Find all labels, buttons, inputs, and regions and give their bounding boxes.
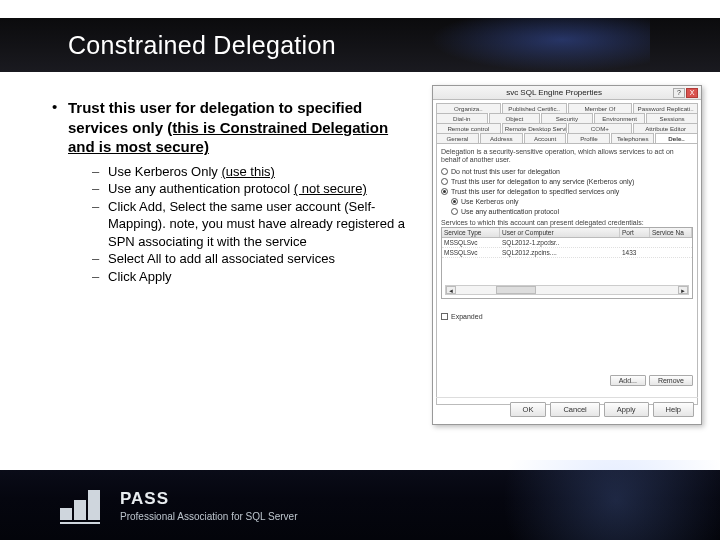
main-bullet: • Trust this user for delegation to spec…	[52, 98, 412, 157]
list-item: –Use any authentication protocol ( not s…	[92, 180, 412, 198]
expanded-checkbox[interactable]: Expanded	[441, 313, 693, 320]
radio-trust-specified[interactable]: Trust this user for delegation to specif…	[441, 188, 693, 195]
pass-logo: PASS Professional Association for SQL Se…	[60, 489, 298, 522]
radio-trust-any-service[interactable]: Trust this user for delegation to any se…	[441, 178, 693, 185]
list-item: –Use Kerberos Only (use this)	[92, 163, 412, 181]
remove-button[interactable]: Remove	[649, 375, 693, 386]
list-item: –Click Add, Select the same user account…	[92, 198, 412, 251]
list-item: –Click Apply	[92, 268, 412, 286]
scroll-right-icon[interactable]: ►	[678, 286, 688, 294]
tab-general[interactable]: General	[436, 133, 479, 143]
radio-checked-icon	[441, 188, 448, 195]
tab-com-plus[interactable]: COM+	[568, 123, 633, 133]
tab-object[interactable]: Object	[489, 113, 541, 123]
title-bar: Constrained Delegation	[0, 18, 720, 72]
main-bullet-text: Trust this user for delegation to specif…	[68, 98, 412, 157]
scroll-thumb[interactable]	[496, 286, 536, 294]
tab-delegation[interactable]: Dele..	[655, 133, 698, 143]
tab-sessions[interactable]: Sessions	[646, 113, 698, 123]
tab-security[interactable]: Security	[541, 113, 593, 123]
radio-any-auth-protocol[interactable]: Use any authentication protocol	[451, 208, 693, 215]
apply-button[interactable]: Apply	[604, 402, 649, 417]
tabs-container: Organiza.. Published Certific.. Member O…	[433, 100, 701, 143]
table-row[interactable]: MSSQLSvc SQL2012-1.zpcdsr..	[442, 238, 692, 248]
help-btn[interactable]: Help	[653, 402, 694, 417]
delegation-description: Delegation is a security-sensitive opera…	[441, 148, 693, 165]
tab-remote-control[interactable]: Remote control	[436, 123, 501, 133]
dialog-button-row: OK Cancel Apply Help	[436, 397, 698, 421]
tab-profile[interactable]: Profile	[567, 133, 610, 143]
radio-checked-icon	[451, 198, 458, 205]
radio-icon	[441, 168, 448, 175]
slide-body: • Trust this user for delegation to spec…	[52, 98, 412, 285]
radio-kerberos-only[interactable]: Use Kerberos only	[451, 198, 693, 205]
brand-tagline: Professional Association for SQL Server	[120, 511, 298, 522]
sub-bullet-list: –Use Kerberos Only (use this) –Use any a…	[92, 163, 412, 286]
dash-icon: –	[92, 268, 108, 286]
table-row[interactable]: MSSQLSvc SQL2012.zpcins.... 1433	[442, 248, 692, 258]
slide: Constrained Delegation • Trust this user…	[0, 0, 720, 540]
tab-account[interactable]: Account	[524, 133, 567, 143]
radio-icon	[441, 178, 448, 185]
tab-published-certs[interactable]: Published Certific..	[502, 103, 567, 113]
tab-rds-profile[interactable]: Remote Desktop Services Profile	[502, 123, 567, 133]
checkbox-icon	[441, 313, 448, 320]
service-buttons: Add... Remove	[610, 375, 693, 386]
logo-mark-icon	[60, 490, 106, 520]
logo-text: PASS Professional Association for SQL Se…	[120, 489, 298, 522]
slide-title: Constrained Delegation	[68, 31, 336, 60]
radio-do-not-trust[interactable]: Do not trust this user for delegation	[441, 168, 693, 175]
tab-password-replication[interactable]: Password Replicati..	[633, 103, 698, 113]
scroll-left-icon[interactable]: ◄	[446, 286, 456, 294]
dash-icon: –	[92, 250, 108, 268]
bullet-dot-icon: •	[52, 98, 68, 117]
tab-address[interactable]: Address	[480, 133, 523, 143]
tab-environment[interactable]: Environment	[594, 113, 646, 123]
list-item: –Select All to add all associated servic…	[92, 250, 412, 268]
services-table-header: Service Type User or Computer Port Servi…	[442, 228, 692, 238]
help-button[interactable]: ?	[673, 88, 685, 98]
dialog-title: svc SQL Engine Properties	[436, 88, 672, 97]
properties-dialog: svc SQL Engine Properties ? X Organiza..…	[432, 85, 702, 425]
tab-member-of[interactable]: Member Of	[568, 103, 633, 113]
dialog-titlebar: svc SQL Engine Properties ? X	[433, 86, 701, 100]
dash-icon: –	[92, 180, 108, 198]
horizontal-scrollbar[interactable]: ◄ ►	[445, 285, 689, 295]
tab-organization[interactable]: Organiza..	[436, 103, 501, 113]
tab-dialin[interactable]: Dial-in	[436, 113, 488, 123]
tab-attribute-editor[interactable]: Attribute Editor	[633, 123, 698, 133]
delegation-tab-body: Delegation is a security-sensitive opera…	[436, 143, 698, 405]
services-table[interactable]: Service Type User or Computer Port Servi…	[441, 227, 693, 299]
ok-button[interactable]: OK	[510, 402, 547, 417]
radio-icon	[451, 208, 458, 215]
dash-icon: –	[92, 198, 108, 216]
tab-telephones[interactable]: Telephones	[611, 133, 654, 143]
dash-icon: –	[92, 163, 108, 181]
services-label: Services to which this account can prese…	[441, 219, 693, 226]
cancel-button[interactable]: Cancel	[550, 402, 599, 417]
footer: PASS Professional Association for SQL Se…	[0, 470, 720, 540]
brand-name: PASS	[120, 489, 298, 509]
close-button[interactable]: X	[686, 88, 698, 98]
add-button[interactable]: Add...	[610, 375, 646, 386]
